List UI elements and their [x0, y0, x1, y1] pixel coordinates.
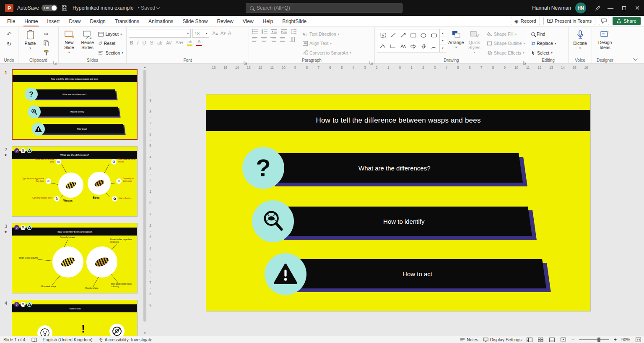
gallery-down-icon[interactable]: ▾: [440, 37, 446, 45]
scrollbar-thumb[interactable]: [143, 70, 146, 322]
copy-button[interactable]: [42, 39, 51, 47]
search-input[interactable]: [257, 5, 398, 11]
close-button[interactable]: ✕: [631, 0, 644, 16]
record-button[interactable]: ◉ Record: [511, 17, 540, 25]
change-case-button[interactable]: Aa▾: [175, 40, 183, 45]
convert-to-smartart-button[interactable]: Convert to SmartArt▾: [302, 49, 352, 57]
decrease-font-size-button[interactable]: A▾: [221, 31, 226, 36]
character-spacing-button[interactable]: AV: [166, 40, 171, 45]
minimize-button[interactable]: —: [604, 0, 617, 16]
tab-brightslide[interactable]: BrightSlide: [278, 16, 311, 26]
collapse-ribbon-button[interactable]: [632, 57, 638, 62]
tab-design[interactable]: Design: [85, 16, 110, 26]
notes-button[interactable]: Notes: [460, 337, 478, 342]
font-color-button[interactable]: A: [196, 39, 202, 46]
reset-button[interactable]: ↺ Reset: [97, 39, 124, 47]
font-name-select[interactable]: ▾: [129, 29, 191, 38]
decrease-indent-button[interactable]: [271, 29, 278, 35]
reuse-slides-button[interactable]: Reuse Slides: [79, 29, 96, 57]
tab-home[interactable]: Home: [20, 16, 42, 26]
undo-button[interactable]: ↶: [5, 30, 14, 38]
slide-thumbnail-2[interactable]: What are the differences??WaspsBees◎☺↻⚙☺…: [12, 146, 138, 217]
gallery-up-icon[interactable]: ▴: [440, 29, 446, 37]
line-spacing-button[interactable]: [291, 29, 297, 35]
fit-to-window-button[interactable]: [635, 337, 641, 343]
tab-review[interactable]: Review: [212, 16, 238, 26]
powerpoint-logo-icon[interactable]: P: [5, 4, 13, 12]
align-left-button[interactable]: [252, 37, 258, 43]
avatar[interactable]: HN: [575, 3, 586, 13]
shape-fill-button[interactable]: Shape Fill▾: [486, 30, 526, 38]
bullets-button[interactable]: [252, 29, 258, 35]
comments-button[interactable]: [599, 17, 609, 25]
zoom-out-button[interactable]: −: [571, 337, 574, 343]
align-center-button[interactable]: [261, 37, 267, 43]
columns-button[interactable]: [289, 37, 295, 43]
arrange-button[interactable]: Arrange ▾: [448, 29, 464, 57]
underline-button[interactable]: U: [143, 40, 146, 46]
italic-button[interactable]: I: [137, 40, 138, 46]
align-text-button[interactable]: Align Text▾: [302, 39, 352, 47]
section-button[interactable]: Section▾: [97, 49, 124, 57]
new-slide-button[interactable]: New Slide ▾: [61, 29, 78, 57]
quick-styles-button[interactable]: Quick Styles ▾: [466, 29, 482, 57]
spell-check-button[interactable]: [31, 338, 37, 342]
find-button[interactable]: Find: [530, 30, 557, 38]
redo-button[interactable]: ↻: [5, 40, 14, 48]
pen-mode-icon[interactable]: [592, 0, 604, 16]
design-ideas-button[interactable]: Design Ideas: [594, 29, 616, 57]
gallery-more-icon[interactable]: ▾: [440, 45, 446, 52]
saved-status[interactable]: • Saved: [138, 5, 159, 11]
save-icon[interactable]: [62, 5, 68, 11]
tab-file[interactable]: File: [3, 16, 20, 26]
slide-title-banner[interactable]: How to tell the difference between wasps…: [206, 110, 590, 131]
align-right-button[interactable]: [270, 37, 276, 43]
layout-button[interactable]: Layout▾: [97, 30, 124, 38]
display-settings-button[interactable]: Display Settings: [483, 337, 522, 342]
search-bar[interactable]: [246, 3, 402, 13]
menu-icon-circle[interactable]: [252, 200, 294, 242]
zoom-slider[interactable]: [579, 339, 609, 340]
dictate-button[interactable]: Dictate ▾: [571, 29, 589, 57]
shape-effects-button[interactable]: Shape Effects▾: [486, 49, 526, 57]
language-indicator[interactable]: English (United Kingdom): [43, 337, 93, 342]
reading-view-button[interactable]: [549, 337, 556, 343]
strikethrough-button[interactable]: ab: [157, 40, 162, 45]
paste-button[interactable]: Paste ▾: [21, 29, 40, 57]
slide-sorter-view-button[interactable]: [538, 337, 544, 343]
highlight-color-button[interactable]: ab: [187, 40, 192, 46]
clear-formatting-button[interactable]: A: [228, 31, 231, 37]
share-button[interactable]: Share: [613, 17, 641, 25]
slideshow-view-button[interactable]: [560, 337, 567, 343]
tab-animations[interactable]: Animations: [144, 16, 178, 26]
menu-icon-circle[interactable]: [265, 253, 306, 295]
scroll-down-icon[interactable]: ▼: [143, 331, 147, 335]
cut-button[interactable]: ✂: [42, 30, 51, 38]
increase-indent-button[interactable]: [281, 29, 287, 35]
user-name[interactable]: Hannah Newman: [532, 5, 571, 11]
scroll-up-icon[interactable]: ▲: [143, 65, 147, 69]
slide-thumbnail-4[interactable]: How to act?!: [12, 300, 138, 336]
tab-insert[interactable]: Insert: [42, 16, 64, 26]
zoom-level[interactable]: 90%: [621, 337, 630, 342]
document-title[interactable]: Hyperlinked menu example: [73, 5, 133, 11]
tab-slide-show[interactable]: Slide Show: [178, 16, 212, 26]
slide-thumbnail-1[interactable]: How to tell the difference between wasps…: [12, 69, 138, 140]
font-dialog-launcher[interactable]: [244, 59, 247, 63]
menu-bar-1[interactable]: What are the differences?: [266, 153, 523, 183]
text-direction-button[interactable]: A Text Direction▾: [302, 30, 352, 38]
justify-button[interactable]: [280, 37, 286, 43]
tab-transitions[interactable]: Transitions: [110, 16, 144, 26]
paragraph-dialog-launcher[interactable]: [369, 59, 373, 63]
increase-font-size-button[interactable]: A▴: [212, 30, 218, 37]
zoom-handle[interactable]: [597, 338, 600, 342]
drawing-dialog-launcher[interactable]: [523, 59, 527, 63]
replace-button[interactable]: ⇄ Replace▾: [530, 39, 557, 47]
text-shadow-button[interactable]: S: [150, 40, 153, 46]
menu-bar-3[interactable]: How to act: [288, 259, 546, 288]
thumbnail-scrollbar[interactable]: ▲ ▼: [143, 65, 147, 335]
menu-icon-circle[interactable]: ?: [242, 147, 284, 189]
zoom-in-button[interactable]: +: [614, 337, 617, 343]
format-painter-button[interactable]: [42, 49, 51, 57]
shapes-gallery-scroll[interactable]: ▴ ▾ ▾: [440, 29, 446, 52]
